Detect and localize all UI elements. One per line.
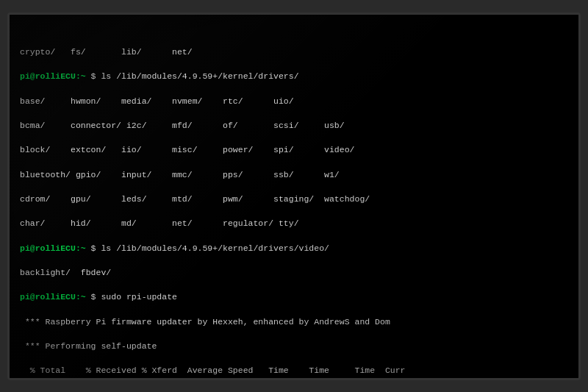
line-2: pi@rolliECU:~ $ ls /lib/modules/4.9.59+/… <box>20 71 568 83</box>
line-10: backlight/ fbdev/ <box>20 267 568 279</box>
terminal-body[interactable]: crypto/ fs/ lib/ net/ pi@rolliECU:~ $ ls… <box>10 15 578 378</box>
line-12: *** Raspberry Pi firmware updater by Hex… <box>20 316 568 329</box>
line-1: crypto/ fs/ lib/ net/ <box>20 46 568 59</box>
line-14: % Total % Received % Xferd Average Speed… <box>20 365 568 377</box>
line-8: char/ hid/ md/ net/ regulator/ tty/ <box>20 218 568 230</box>
line-4: bcma/ connector/ i2c/ mfd/ of/ scsi/ usb… <box>20 120 568 132</box>
line-9: pi@rolliECU:~ $ ls /lib/modules/4.9.59+/… <box>20 243 568 255</box>
prompt-1: pi@rolliECU:~ <box>20 71 86 81</box>
cmd-2: $ ls /lib/modules/4.9.59+/kernel/drivers… <box>86 243 329 253</box>
prompt-3: pi@rolliECU:~ <box>20 292 86 302</box>
line-5: block/ extcon/ iio/ misc/ power/ spi/ vi… <box>20 144 568 157</box>
line-3: base/ hwmon/ media/ nvmem/ rtc/ uio/ <box>20 96 568 108</box>
terminal-output: crypto/ fs/ lib/ net/ pi@rolliECU:~ $ ls… <box>20 22 568 378</box>
terminal-window: crypto/ fs/ lib/ net/ pi@rolliECU:~ $ ls… <box>7 13 581 380</box>
prompt-2: pi@rolliECU:~ <box>20 243 86 253</box>
line-6: bluetooth/ gpio/ input/ mmc/ pps/ ssb/ w… <box>20 169 568 182</box>
line-7: cdrom/ gpu/ leds/ mtd/ pwm/ staging/ wat… <box>20 193 568 206</box>
line-11: pi@rolliECU:~ $ sudo rpi-update <box>20 291 568 304</box>
cmd-3: $ sudo rpi-update <box>86 292 177 302</box>
line-13: *** Performing self-update <box>20 341 568 353</box>
cmd-1: $ ls /lib/modules/4.9.59+/kernel/drivers… <box>86 71 299 81</box>
